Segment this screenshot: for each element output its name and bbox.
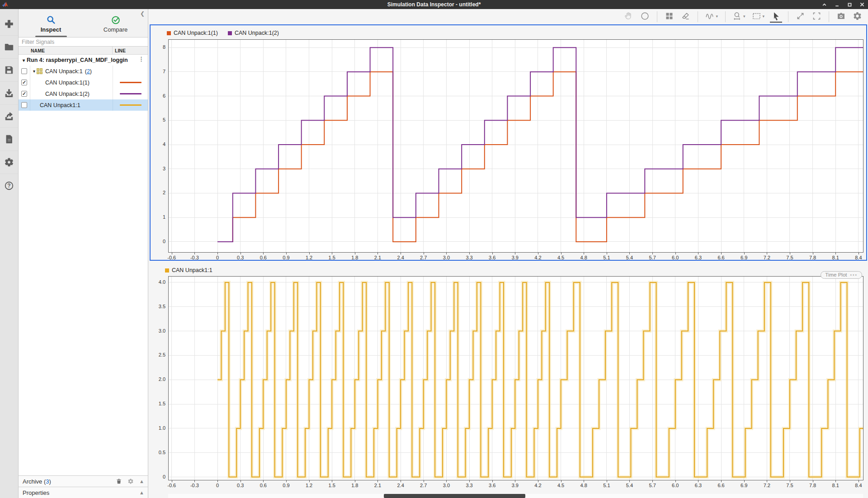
x-tick-mark (767, 480, 767, 482)
horizontal-scrollbar[interactable] (168, 494, 863, 498)
trash-icon[interactable] (116, 478, 122, 484)
x-tick-mark (355, 480, 355, 482)
signal-group-row[interactable]: ▾ CAN Unpack:1 (2) (19, 66, 148, 77)
signal-label: CAN Unpack1:1 (40, 102, 80, 108)
y-axis-labels: 00.51.01.52.02.53.03.54.0 (150, 276, 168, 489)
restore-up-icon[interactable] (821, 1, 827, 8)
fit-to-view-button[interactable]: ▾ (750, 10, 766, 23)
close-icon[interactable] (859, 1, 865, 8)
line-style-swatch[interactable] (120, 104, 142, 106)
y-axis-labels: 012345678 (151, 39, 168, 262)
y-tick-label: 4.0 (159, 279, 165, 285)
line-style-swatch[interactable] (120, 82, 142, 83)
x-tick-label: 1.5 (329, 483, 335, 488)
import-icon (4, 88, 14, 98)
signal-options-button[interactable]: ▾ (704, 10, 719, 23)
time-plot-type-button[interactable]: Time Plot ••• (821, 271, 862, 279)
x-tick-mark (172, 253, 172, 254)
column-header-name[interactable]: NAME (19, 47, 113, 54)
maximize-icon[interactable] (846, 1, 853, 8)
x-tick-label: 2.4 (397, 483, 404, 488)
zoom-x-button[interactable]: ▾ (731, 10, 747, 23)
x-tick-mark (286, 253, 287, 254)
filter-signals-input[interactable] (19, 37, 148, 47)
add-button[interactable] (0, 13, 18, 36)
pan-button[interactable] (623, 10, 635, 23)
preferences-button[interactable] (0, 151, 18, 174)
report-button[interactable] (0, 128, 18, 151)
collapse-archive-icon[interactable]: ▲ (139, 479, 144, 484)
run-group-row[interactable]: ▾ Run 4: raspberrypi_CAN_MDF_loggin ⋮ (19, 55, 148, 66)
x-tick-label: 7.5 (786, 483, 793, 488)
signal-row-selected[interactable]: CAN Unpack1:1 (19, 99, 148, 111)
signal-table-header: NAME LINE (19, 47, 148, 55)
x-tick-mark (561, 480, 561, 482)
x-tick-mark (424, 480, 424, 482)
scrollbar-thumb[interactable] (384, 494, 525, 498)
collapse-sidebar-icon[interactable]: ❮ (140, 11, 145, 16)
fullscreen-button[interactable] (811, 10, 823, 23)
signal-row[interactable]: ✓ CAN Unpack:1(1) (19, 77, 148, 88)
select-cursor-button[interactable] (770, 10, 782, 23)
import-button[interactable] (0, 82, 18, 105)
x-tick-mark (652, 480, 653, 482)
tab-inspect[interactable]: Inspect (19, 9, 83, 37)
bus-block-icon (37, 68, 42, 74)
app-window: Simulation Data Inspector - untitled* (0, 0, 868, 498)
expand-icon (796, 11, 805, 21)
x-tick-mark (469, 253, 470, 254)
x-tick-label: 4.2 (534, 255, 541, 260)
properties-section-header[interactable]: Properties ▲ (19, 487, 148, 498)
x-tick-label: 8.4 (855, 255, 862, 260)
dropdown-caret-icon: ▾ (716, 14, 718, 19)
dropdown-caret-icon: ▾ (762, 14, 764, 19)
signal-checkbox-checked[interactable]: ✓ (21, 80, 27, 85)
collapse-properties-icon[interactable]: ▲ (139, 490, 144, 495)
signal-row[interactable]: ✓ CAN Unpack:1(2) (19, 88, 148, 99)
x-tick-label: 2.1 (374, 255, 381, 260)
x-tick-mark (515, 480, 515, 482)
signal-trace[interactable] (217, 72, 863, 242)
minimize-icon[interactable] (834, 1, 840, 8)
top-time-plot[interactable]: CAN Unpack:1(1) CAN Unpack:1(2) 01234567… (150, 24, 867, 261)
tab-compare[interactable]: Compare (83, 9, 148, 37)
export-button[interactable] (0, 105, 18, 128)
x-tick-mark (859, 480, 859, 482)
plot-canvas[interactable] (168, 276, 863, 480)
replay-button[interactable] (639, 10, 651, 23)
signal-checkbox[interactable] (21, 102, 27, 108)
x-tick-label: 5.1 (603, 255, 610, 260)
help-button[interactable] (0, 174, 18, 197)
check-circle-icon (111, 15, 121, 25)
snapshot-button[interactable] (835, 10, 847, 23)
y-tick-label: 2 (163, 190, 165, 195)
legend-item[interactable]: CAN Unpack:1(2) (228, 30, 279, 36)
signal-count-link[interactable]: 2 (87, 68, 90, 75)
save-button[interactable] (0, 59, 18, 82)
x-tick-mark (813, 480, 813, 482)
column-header-line[interactable]: LINE (113, 47, 148, 54)
x-tick-mark (790, 253, 790, 254)
plot-canvas[interactable] (168, 39, 863, 253)
legend-item[interactable]: CAN Unpack1:1 (165, 267, 212, 273)
archive-section-header[interactable]: Archive (3) ▲ (19, 475, 148, 487)
expand-button[interactable] (794, 10, 807, 23)
plot-settings-button[interactable] (851, 10, 863, 23)
x-tick-mark (721, 480, 722, 482)
bottom-time-plot[interactable]: CAN Unpack1:1 00.51.01.52.02.53.03.54.0 … (150, 264, 867, 496)
x-tick-label: 3.6 (489, 483, 495, 488)
run-options-kebab-icon[interactable]: ⋮ (138, 56, 144, 62)
signal-group-checkbox[interactable] (21, 68, 27, 74)
archive-settings-gear-icon[interactable] (127, 478, 134, 484)
layout-button[interactable] (663, 10, 675, 23)
open-button[interactable] (0, 36, 18, 59)
signal-checkbox-checked[interactable]: ✓ (21, 91, 27, 97)
plot-type-options-dots-icon[interactable]: ••• (850, 272, 858, 277)
line-style-swatch[interactable] (120, 93, 142, 94)
collapse-group-icon[interactable]: ▾ (33, 69, 35, 74)
y-tick-label: 0 (163, 474, 165, 479)
legend-item[interactable]: CAN Unpack:1(1) (167, 30, 218, 36)
x-axis-labels: -0.6-0.300.30.60.91.21.51.82.12.42.73.03… (168, 253, 863, 262)
collapse-run-icon[interactable]: ▾ (23, 58, 25, 63)
clear-plots-button[interactable] (679, 10, 692, 23)
